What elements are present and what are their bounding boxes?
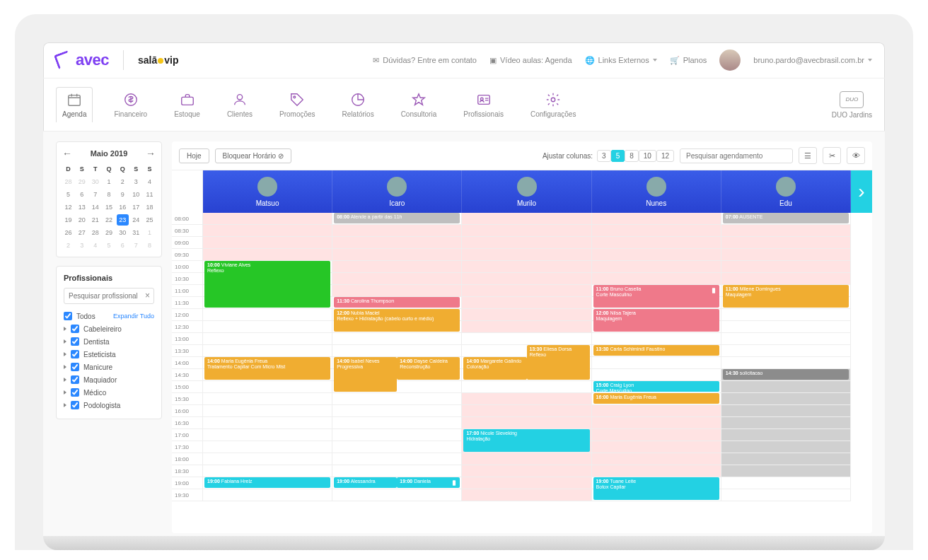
grid-slot[interactable] — [721, 381, 850, 393]
grid-slot[interactable] — [592, 441, 721, 453]
grid-slot[interactable] — [721, 261, 850, 273]
grid-slot[interactable] — [592, 357, 721, 369]
professional-header[interactable]: Nunes — [592, 170, 721, 213]
cal-day[interactable]: 6 — [117, 240, 129, 251]
grid-slot[interactable] — [203, 489, 332, 501]
grid-slot[interactable] — [462, 261, 591, 273]
grid-slot[interactable] — [203, 441, 332, 453]
cal-day[interactable]: 27 — [76, 227, 88, 238]
grid-slot[interactable] — [592, 453, 721, 465]
grid-slot[interactable] — [332, 345, 461, 357]
grid-slot[interactable] — [332, 405, 461, 417]
grid-slot[interactable] — [203, 405, 332, 417]
category-check[interactable] — [71, 375, 79, 384]
cal-day[interactable]: 5 — [62, 189, 74, 200]
grid-slot[interactable] — [462, 417, 591, 429]
grid-slot[interactable] — [721, 477, 850, 489]
cal-day[interactable]: 18 — [144, 202, 156, 213]
grid-slot[interactable] — [462, 381, 591, 393]
category-check[interactable] — [71, 325, 79, 333]
block-time-button[interactable]: Bloquear Horário ⊘ — [215, 148, 291, 163]
professional-header[interactable]: Edu — [721, 170, 851, 213]
user-avatar[interactable] — [719, 49, 741, 71]
appointment-event[interactable]: 10:00 Viviane AlvesReflexo — [204, 261, 330, 308]
cal-day[interactable]: 2 — [62, 240, 74, 251]
grid-slot[interactable] — [332, 333, 461, 345]
cal-day[interactable]: 7 — [89, 189, 101, 200]
cal-day[interactable]: 31 — [130, 227, 142, 238]
link-planos[interactable]: 🛒Planos — [670, 56, 707, 65]
appointment-event[interactable]: 19:00 Fabiana Hrelz — [204, 477, 330, 488]
appointment-event[interactable]: 14:00 Margarete GalindoColoração — [463, 357, 526, 380]
professional-header[interactable]: Matsuo — [203, 170, 332, 213]
grid-slot[interactable] — [332, 237, 461, 249]
grid-slot[interactable] — [332, 273, 461, 285]
cal-day[interactable]: 24 — [130, 214, 142, 226]
grid-slot[interactable] — [203, 429, 332, 441]
grid-slot[interactable] — [721, 429, 850, 441]
grid-slot[interactable] — [721, 453, 850, 465]
grid-slot[interactable] — [592, 261, 721, 273]
grid-slot[interactable] — [592, 225, 721, 237]
cal-day[interactable]: 29 — [76, 176, 88, 187]
nav-promocoes[interactable]: Promoções — [274, 88, 321, 122]
nav-relatorios[interactable]: Relatórios — [337, 88, 380, 122]
logo-salaovip[interactable]: salāvip — [138, 54, 178, 66]
grid-slot[interactable] — [592, 249, 721, 261]
cal-day[interactable]: 26 — [62, 227, 74, 238]
expand-icon[interactable] — [64, 378, 66, 382]
grid-slot[interactable] — [203, 417, 332, 429]
grid-slot[interactable] — [592, 405, 721, 417]
expand-all-link[interactable]: Expandir Tudo — [113, 313, 154, 320]
nav-agenda[interactable]: Agenda — [56, 87, 93, 122]
grid-slot[interactable] — [721, 489, 850, 501]
grid-slot[interactable] — [203, 381, 332, 393]
nav-clientes[interactable]: Clientes — [221, 88, 258, 122]
link-duvidas[interactable]: ✉Dúvidas? Entre em contato — [373, 56, 477, 65]
grid-slot[interactable] — [332, 453, 461, 465]
grid-slot[interactable] — [462, 225, 591, 237]
grid-slot[interactable] — [721, 309, 850, 321]
grid-slot[interactable] — [592, 417, 721, 429]
appointment-event[interactable]: 11:00 Bruno CasellaCorte Masculino — [593, 285, 719, 308]
appointment-event[interactable]: 17:00 Nicole SievekingHidratação — [463, 429, 589, 452]
professional-header[interactable]: Murilo — [462, 170, 591, 213]
cal-day[interactable]: 13 — [76, 202, 88, 213]
appointment-event[interactable]: 13:30 Carla Schimindl Faustino — [593, 345, 719, 356]
grid-slot[interactable] — [332, 441, 461, 453]
visibility-button[interactable]: 👁 — [847, 147, 865, 164]
expand-icon[interactable] — [64, 390, 66, 395]
expand-icon[interactable] — [64, 339, 66, 344]
grid-slot[interactable] — [332, 429, 461, 441]
cal-day[interactable]: 10 — [130, 189, 142, 200]
grid-slot[interactable] — [721, 357, 850, 369]
grid-slot[interactable] — [203, 333, 332, 345]
grid-slot[interactable] — [203, 345, 332, 357]
grid-slot[interactable] — [721, 393, 850, 405]
grid-slot[interactable] — [462, 489, 591, 501]
grid-slot[interactable] — [203, 249, 332, 261]
appointment-event[interactable]: 12:00 Nilsa TajeraMaquiagem — [593, 309, 719, 332]
cal-day[interactable]: 12 — [62, 202, 74, 213]
cal-day[interactable]: 21 — [89, 214, 101, 226]
cal-day[interactable]: 15 — [103, 202, 115, 213]
category-check[interactable] — [71, 363, 79, 371]
category-check[interactable] — [71, 388, 79, 397]
org-block[interactable]: DUO DUO Jardins — [832, 91, 872, 119]
grid-slot[interactable] — [203, 213, 332, 225]
nav-profissionais[interactable]: Profissionais — [458, 88, 509, 122]
grid-slot[interactable] — [462, 237, 591, 249]
cal-day[interactable]: 8 — [103, 189, 115, 200]
grid-slot[interactable] — [203, 465, 332, 477]
cal-day[interactable]: 22 — [103, 214, 115, 226]
appointment-event[interactable]: 11:30 Carolina Thompson — [334, 297, 460, 308]
grid-slot[interactable] — [721, 417, 850, 429]
appointment-event[interactable]: 13:30 Eliesa DorsaReflexo — [527, 345, 590, 380]
list-view-button[interactable]: ☰ — [799, 147, 817, 164]
appointment-event[interactable]: 19:00 Alessandra — [334, 477, 397, 488]
grid-slot[interactable] — [721, 225, 850, 237]
professional-search-input[interactable] — [64, 288, 154, 304]
grid-slot[interactable] — [462, 213, 591, 225]
appointment-event[interactable]: 19:00 Daniela — [397, 477, 460, 488]
cal-day[interactable]: 28 — [62, 176, 74, 187]
